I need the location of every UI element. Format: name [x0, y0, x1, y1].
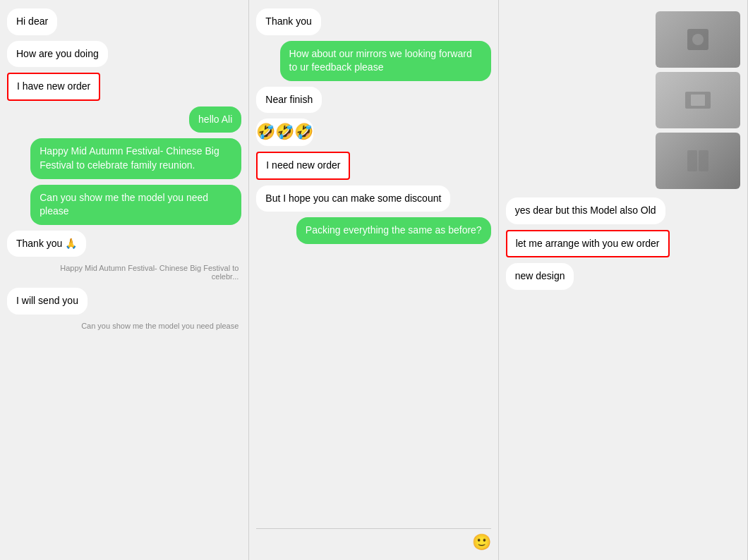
col2-bottom-bar: 🙂 — [256, 528, 490, 552]
chat-column-2: Thank you How about our mirrors we looki… — [249, 0, 498, 560]
msg-but-hope: But I hope you can make some discount — [256, 185, 490, 212]
msg-how-are-you: How are you doing — [7, 41, 241, 68]
bubble-emojis: 🤣🤣🤣 — [256, 118, 313, 146]
chat-column-1: Hi dear How are you doing I have new ord… — [0, 0, 249, 560]
photo-mirror-2 — [656, 72, 740, 128]
msg-packing-everything: Packing everything the same as before? — [256, 217, 490, 244]
bubble-packing-everything: Packing everything the same as before? — [296, 217, 491, 244]
msg-yes-dear: yes dear but this Model also Old — [506, 197, 740, 224]
photo-mirror-3 — [656, 133, 740, 189]
preview-can-you-show: Can you show me the model you need pleas… — [78, 320, 241, 331]
chat-column-3: yes dear but this Model also Old let me … — [499, 0, 748, 560]
bubble-i-will-send: I will send you — [7, 288, 88, 315]
svg-point-1 — [692, 34, 704, 45]
msg-happy-mid: Happy Mid Autumn Festival- Chinese Big F… — [7, 138, 241, 178]
sticker-icon[interactable]: 🙂 — [472, 533, 491, 552]
col3-content: yes dear but this Model also Old let me … — [506, 8, 740, 552]
bubble-i-need-new-order: I need new order — [256, 152, 350, 180]
bubble-yes-dear: yes dear but this Model also Old — [506, 197, 665, 224]
svg-rect-3 — [691, 95, 705, 106]
bubble-hi-dear: Hi dear — [7, 8, 57, 35]
bubble-happy-mid: Happy Mid Autumn Festival- Chinese Big F… — [30, 138, 241, 178]
msg-emojis: 🤣🤣🤣 — [256, 118, 490, 146]
bubble-can-you-show: Can you show me the model you need pleas… — [30, 185, 241, 225]
msg-happy-mid-preview: Happy Mid Autumn Festival- Chinese Big F… — [7, 262, 241, 282]
msg-hello-ali: hello Ali — [7, 106, 241, 133]
msg-can-you-show-preview: Can you show me the model you need pleas… — [7, 320, 241, 331]
msg-how-about-mirrors: How about our mirrors we looking forward… — [256, 41, 490, 81]
bubble-near-finish: Near finish — [256, 87, 322, 114]
msg-i-will-send: I will send you — [7, 288, 241, 315]
msg-near-finish: Near finish — [256, 87, 490, 114]
bubble-i-have-new-order: I have new order — [7, 73, 100, 101]
bubble-let-me-arrange: let me arrange with you ew order — [506, 230, 670, 258]
svg-rect-4 — [687, 150, 697, 171]
photo-area — [506, 8, 740, 192]
msg-let-me-arrange: let me arrange with you ew order — [506, 230, 740, 258]
msg-i-need-new-order: I need new order — [256, 152, 490, 180]
preview-happy-mid: Happy Mid Autumn Festival- Chinese Big F… — [30, 262, 241, 282]
msg-thank-you: Thank you — [256, 8, 490, 35]
bubble-new-design: new design — [506, 263, 574, 290]
msg-hi-dear: Hi dear — [7, 8, 241, 35]
bubble-but-hope: But I hope you can make some discount — [256, 185, 450, 212]
bubble-thank-you: Thank you — [256, 8, 320, 35]
svg-rect-5 — [699, 150, 708, 171]
bubble-how-about-mirrors: How about our mirrors we looking forward… — [280, 41, 491, 81]
msg-thank-you-pray: Thank you 🙏 — [7, 231, 241, 257]
msg-i-have-new-order: I have new order — [7, 73, 241, 101]
bubble-thank-you-pray: Thank you 🙏 — [7, 231, 86, 257]
bubble-how-are-you: How are you doing — [7, 41, 108, 68]
msg-new-design: new design — [506, 263, 740, 290]
photo-mirror-1 — [656, 11, 740, 68]
msg-can-you-show: Can you show me the model you need pleas… — [7, 185, 241, 225]
bubble-hello-ali: hello Ali — [189, 106, 241, 133]
